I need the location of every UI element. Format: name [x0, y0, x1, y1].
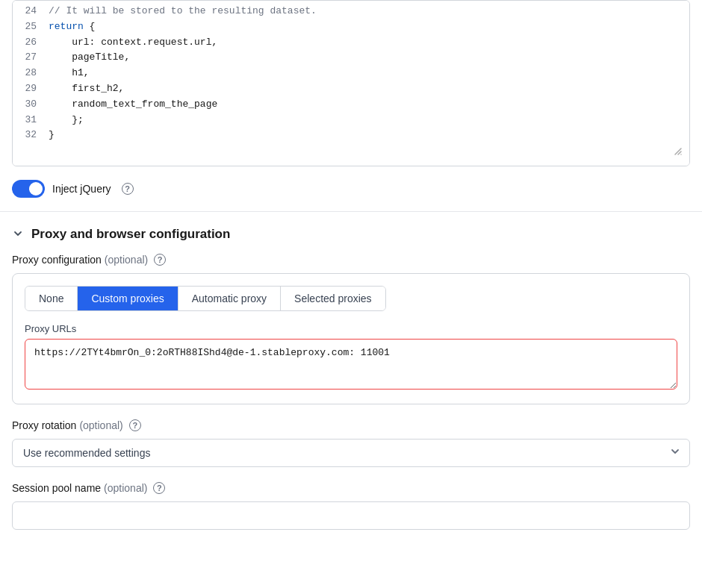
- toggle-slider: [12, 180, 45, 198]
- code-line-28: 28 h1,: [13, 66, 689, 81]
- code-content-30: random_text_from_the_page: [49, 97, 217, 113]
- proxy-rotation-select-wrapper: Use recommended settings Rotate on each …: [12, 439, 690, 467]
- session-pool-optional: (optional): [104, 482, 147, 494]
- code-line-25: 25 return {: [13, 19, 689, 35]
- code-editor: 24 // It will be stored to the resulting…: [12, 0, 690, 166]
- session-pool-label: Session pool name (optional) ?: [12, 482, 690, 494]
- proxy-rotation-label-text: Proxy rotation: [12, 419, 76, 431]
- proxy-urls-textarea[interactable]: https://2TYt4bmrOn_0:2oRTH88IShd4@de-1.s…: [25, 339, 677, 390]
- proxy-config-optional: (optional): [105, 254, 148, 266]
- tab-selected-proxies[interactable]: Selected proxies: [281, 287, 385, 310]
- code-line-27: 27 pageTitle,: [13, 50, 689, 66]
- code-line-32: 32 }: [13, 128, 689, 143]
- line-number: 25: [22, 19, 49, 35]
- proxy-card: None Custom proxies Automatic proxy Sele…: [12, 273, 690, 404]
- inject-jquery-help-icon[interactable]: ?: [122, 183, 134, 195]
- code-content-32: }: [49, 128, 55, 143]
- proxy-config-help-icon[interactable]: ?: [154, 254, 166, 266]
- line-number: 32: [22, 128, 49, 143]
- proxy-config-label-text: Proxy configuration: [12, 254, 102, 266]
- proxy-urls-section: Proxy URLs https://2TYt4bmrOn_0:2oRTH88I…: [25, 323, 677, 392]
- code-line-31: 31 };: [13, 113, 689, 128]
- proxy-section-header[interactable]: Proxy and browser configuration: [0, 212, 702, 254]
- proxy-section-title: Proxy and browser configuration: [31, 227, 230, 242]
- line-number: 31: [22, 113, 49, 128]
- proxy-rotation-label: Proxy rotation (optional) ?: [12, 419, 690, 431]
- code-content-28: h1,: [49, 66, 90, 81]
- inject-jquery-row: Inject jQuery ?: [0, 166, 702, 211]
- session-pool-input[interactable]: [12, 501, 690, 530]
- line-number: 24: [22, 4, 49, 19]
- code-content-27: pageTitle,: [49, 50, 130, 66]
- inject-jquery-label: Inject jQuery: [52, 183, 111, 195]
- line-number: 26: [22, 35, 49, 51]
- code-content-26: url: context.request.url,: [49, 35, 217, 51]
- code-content-25: return {: [49, 19, 95, 35]
- proxy-tab-group: None Custom proxies Automatic proxy Sele…: [25, 286, 386, 311]
- code-line-30: 30 random_text_from_the_page: [13, 97, 689, 113]
- code-content-24: // It will be stored to the resulting da…: [49, 4, 317, 19]
- code-line-24: 24 // It will be stored to the resulting…: [13, 4, 689, 19]
- proxy-config-section: Proxy configuration (optional) ? None Cu…: [0, 254, 702, 419]
- line-number: 29: [22, 81, 49, 97]
- proxy-urls-label: Proxy URLs: [25, 323, 677, 334]
- proxy-rotation-select[interactable]: Use recommended settings Rotate on each …: [12, 439, 690, 467]
- session-pool-section: Session pool name (optional) ?: [0, 482, 702, 542]
- proxy-rotation-optional: (optional): [79, 419, 122, 431]
- code-content-29: first_h2,: [49, 81, 124, 97]
- session-pool-help-icon[interactable]: ?: [153, 482, 165, 494]
- code-block: 24 // It will be stored to the resulting…: [13, 1, 689, 166]
- code-line-29: 29 first_h2,: [13, 81, 689, 97]
- session-pool-label-text: Session pool name: [12, 482, 101, 494]
- chevron-down-icon: [12, 228, 24, 242]
- line-number: 28: [22, 66, 49, 81]
- proxy-rotation-help-icon[interactable]: ?: [129, 419, 141, 431]
- tab-none[interactable]: None: [25, 287, 78, 310]
- inject-jquery-toggle[interactable]: [12, 180, 45, 198]
- line-number: 27: [22, 50, 49, 66]
- proxy-section: Proxy and browser configuration Proxy co…: [0, 212, 702, 542]
- tab-automatic-proxy[interactable]: Automatic proxy: [178, 287, 281, 310]
- proxy-rotation-section: Proxy rotation (optional) ? Use recommen…: [0, 419, 702, 482]
- proxy-config-label: Proxy configuration (optional) ?: [12, 254, 690, 266]
- resize-handle[interactable]: [673, 146, 683, 157]
- tab-custom-proxies[interactable]: Custom proxies: [78, 287, 178, 310]
- code-content-31: };: [49, 113, 84, 128]
- code-line-26: 26 url: context.request.url,: [13, 35, 689, 51]
- line-number: 30: [22, 97, 49, 113]
